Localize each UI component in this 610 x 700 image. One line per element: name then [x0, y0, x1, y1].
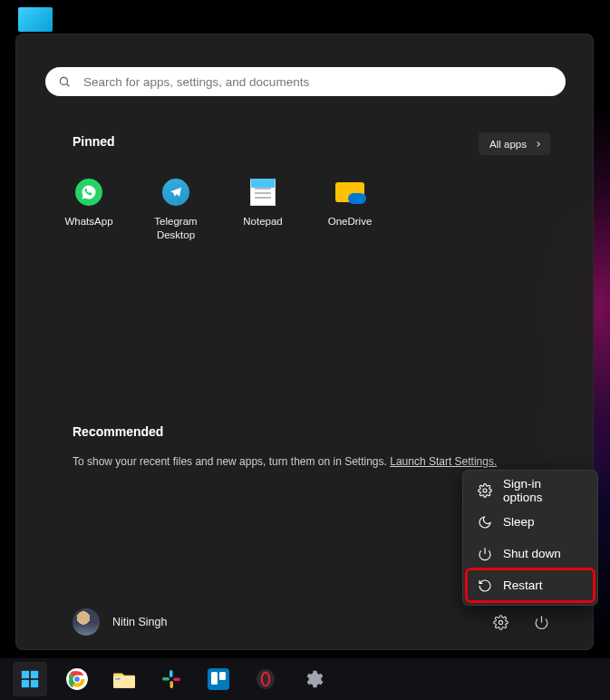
- pinned-label: Telegram Desktop: [154, 215, 197, 242]
- power-menu-label: Sign-in options: [503, 477, 583, 504]
- moon-icon: [478, 515, 492, 530]
- power-menu-label: Shut down: [503, 547, 561, 560]
- power-menu-shut-down[interactable]: Shut down: [467, 538, 594, 569]
- svg-point-4: [499, 620, 502, 624]
- start-button[interactable]: [13, 662, 47, 696]
- svg-rect-13: [113, 676, 135, 688]
- power-button[interactable]: [534, 615, 549, 630]
- power-menu-label: Restart: [503, 578, 543, 592]
- svg-point-2: [483, 489, 487, 492]
- slack-icon: [160, 668, 182, 690]
- all-apps-button[interactable]: All apps: [479, 132, 550, 155]
- telegram-icon: [161, 178, 190, 207]
- svg-rect-9: [31, 680, 38, 687]
- slack-button[interactable]: [154, 662, 189, 696]
- avatar: [73, 608, 100, 636]
- notepad-icon: [248, 178, 277, 207]
- gear-icon: [493, 615, 508, 630]
- trello-button[interactable]: [201, 662, 236, 696]
- all-apps-label: All apps: [489, 139, 527, 150]
- pinned-item-notepad[interactable]: Notepad: [219, 174, 306, 242]
- svg-rect-21: [219, 672, 226, 680]
- power-icon: [534, 615, 549, 630]
- recommended-text: To show your recent files and new apps, …: [73, 455, 497, 468]
- pinned-label: Notepad: [243, 215, 282, 228]
- opera-button[interactable]: [248, 662, 283, 696]
- pinned-item-whatsapp[interactable]: WhatsApp: [45, 174, 132, 242]
- explorer-button[interactable]: [107, 662, 141, 696]
- chevron-right-icon: [534, 140, 543, 149]
- settings-icon: [302, 668, 324, 690]
- svg-point-0: [60, 77, 67, 84]
- whatsapp-icon: [74, 178, 103, 207]
- pinned-item-telegram[interactable]: Telegram Desktop: [132, 174, 219, 242]
- pinned-item-onedrive[interactable]: OneDrive: [306, 174, 393, 242]
- restart-icon: [478, 578, 492, 593]
- pinned-grid: WhatsApp Telegram Desktop Notepad OneDri…: [45, 174, 393, 242]
- svg-rect-17: [170, 681, 174, 688]
- taskbar: [0, 658, 610, 700]
- windows-icon: [20, 669, 40, 689]
- user-account-button[interactable]: Nitin Singh: [73, 608, 167, 636]
- pinned-title: Pinned: [73, 134, 115, 149]
- pinned-label: OneDrive: [328, 215, 373, 228]
- start-menu: Pinned All apps WhatsApp Telegram Deskto…: [15, 34, 594, 650]
- user-name: Nitin Singh: [112, 616, 167, 628]
- start-menu-footer: Nitin Singh: [16, 595, 593, 649]
- svg-point-24: [263, 674, 268, 685]
- settings-button[interactable]: [295, 662, 330, 696]
- svg-rect-7: [31, 671, 38, 678]
- pinned-label: WhatsApp: [64, 215, 112, 228]
- svg-rect-18: [173, 678, 180, 682]
- gear-icon: [478, 483, 492, 498]
- settings-button[interactable]: [493, 615, 508, 630]
- explorer-icon: [112, 668, 136, 690]
- svg-rect-8: [22, 680, 29, 687]
- search-icon: [58, 75, 71, 88]
- svg-rect-6: [22, 671, 29, 678]
- opera-icon: [255, 668, 276, 690]
- power-menu-sleep[interactable]: Sleep: [467, 506, 594, 538]
- svg-rect-16: [162, 677, 169, 681]
- chrome-button[interactable]: [60, 662, 94, 696]
- svg-rect-20: [211, 672, 218, 685]
- svg-rect-14: [115, 678, 120, 680]
- power-icon: [478, 547, 492, 561]
- search-bar[interactable]: [45, 67, 566, 96]
- svg-line-1: [67, 84, 70, 87]
- svg-rect-19: [208, 668, 229, 690]
- svg-rect-15: [169, 670, 173, 677]
- power-menu-signin-options[interactable]: Sign-in options: [467, 474, 594, 506]
- launch-start-settings-link[interactable]: Launch Start Settings.: [390, 455, 497, 468]
- power-menu-label: Sleep: [503, 515, 535, 529]
- recommended-title: Recommended: [73, 424, 163, 439]
- active-app-thumbnail: [18, 7, 53, 32]
- search-input[interactable]: [83, 75, 553, 89]
- onedrive-icon: [335, 178, 364, 207]
- trello-icon: [208, 668, 229, 690]
- power-menu: Sign-in options Sleep Shut down Restart: [462, 470, 598, 606]
- chrome-icon: [65, 667, 89, 691]
